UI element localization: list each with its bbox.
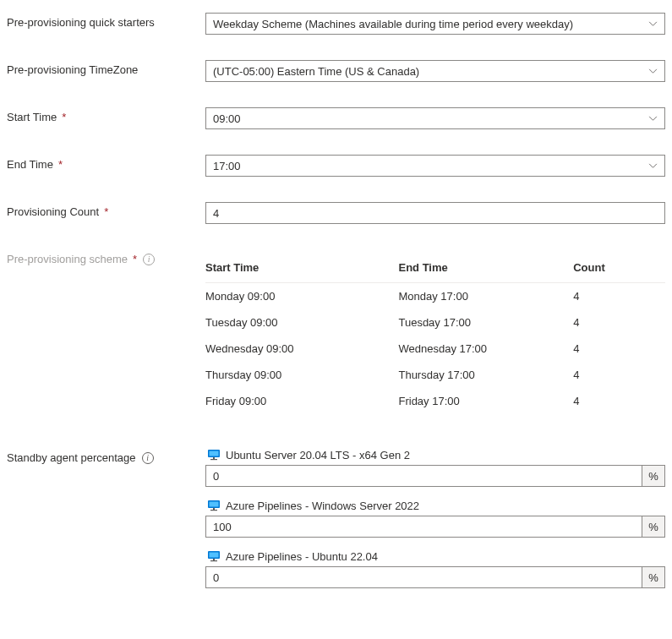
chevron-down-icon <box>647 66 658 76</box>
svg-rect-9 <box>210 553 219 558</box>
vm-icon <box>207 499 221 512</box>
percent-suffix: % <box>642 566 665 588</box>
table-header-count: Count <box>573 254 665 283</box>
end-time-value: 17:00 <box>213 160 241 172</box>
svg-rect-7 <box>210 510 217 511</box>
svg-rect-3 <box>210 459 217 460</box>
start-time-select[interactable]: 09:00 <box>205 107 665 129</box>
standby-agent-name: Azure Pipelines - Ubuntu 22.04 <box>226 550 378 563</box>
vm-icon <box>207 549 221 563</box>
table-cell: Tuesday 09:00 <box>205 309 398 336</box>
table-cell: Friday 09:00 <box>205 388 398 414</box>
table-cell: 4 <box>573 309 665 336</box>
svg-rect-6 <box>213 508 215 510</box>
svg-rect-11 <box>210 560 217 561</box>
table-cell: Monday 09:00 <box>205 283 398 310</box>
standby-name-row: Azure Pipelines - Windows Server 2022 <box>205 499 665 512</box>
table-cell: Friday 17:00 <box>398 388 573 414</box>
timezone-label: Pre-provisioning TimeZone <box>7 60 205 76</box>
table-header-end: End Time <box>398 254 573 283</box>
start-time-label: Start Time* <box>7 107 205 123</box>
quick-starters-label: Pre-provisioning quick starters <box>7 13 205 29</box>
standby-item: Ubuntu Server 20.04 LTS - x64 Gen 2% <box>205 448 665 487</box>
chevron-down-icon <box>647 19 658 29</box>
standby-input-row: % <box>205 566 665 588</box>
table-cell: Monday 17:00 <box>398 283 573 310</box>
table-cell: Thursday 09:00 <box>205 362 398 388</box>
table-row: Tuesday 09:00Tuesday 17:004 <box>205 309 665 336</box>
standby-agent-name: Ubuntu Server 20.04 LTS - x64 Gen 2 <box>226 449 410 462</box>
chevron-down-icon <box>647 113 658 123</box>
standby-label: Standby agent percentage i <box>7 448 205 464</box>
standby-item: Azure Pipelines - Windows Server 2022% <box>205 499 665 538</box>
standby-item: Azure Pipelines - Ubuntu 22.04% <box>205 549 665 588</box>
timezone-select[interactable]: (UTC-05:00) Eastern Time (US & Canada) <box>205 60 665 82</box>
percent-suffix: % <box>642 516 665 538</box>
table-cell: 4 <box>573 362 665 388</box>
table-row: Friday 09:00Friday 17:004 <box>205 388 665 414</box>
svg-rect-2 <box>213 457 215 459</box>
table-header-start: Start Time <box>205 254 398 283</box>
end-time-select[interactable]: 17:00 <box>205 155 665 177</box>
provisioning-count-label: Provisioning Count* <box>7 202 205 218</box>
standby-input-row: % <box>205 465 665 487</box>
standby-input-row: % <box>205 516 665 538</box>
table-cell: Wednesday 17:00 <box>398 336 573 362</box>
table-cell: 4 <box>573 336 665 362</box>
table-cell: Wednesday 09:00 <box>205 336 398 362</box>
table-cell: 4 <box>573 388 665 414</box>
standby-name-row: Ubuntu Server 20.04 LTS - x64 Gen 2 <box>205 448 665 462</box>
table-row: Thursday 09:00Thursday 17:004 <box>205 362 665 388</box>
standby-percentage-input[interactable] <box>205 516 642 538</box>
timezone-value: (UTC-05:00) Eastern Time (US & Canada) <box>213 65 419 78</box>
standby-name-row: Azure Pipelines - Ubuntu 22.04 <box>205 549 665 563</box>
info-icon[interactable]: i <box>142 452 154 464</box>
table-row: Monday 09:00Monday 17:004 <box>205 283 665 310</box>
standby-percentage-input[interactable] <box>205 566 642 588</box>
end-time-label: End Time* <box>7 155 205 171</box>
svg-rect-10 <box>213 559 215 560</box>
scheme-label: Pre-provisioning scheme* i <box>7 249 205 265</box>
table-cell: Thursday 17:00 <box>398 362 573 388</box>
start-time-value: 09:00 <box>213 112 241 125</box>
svg-rect-5 <box>210 502 219 507</box>
chevron-down-icon <box>647 161 658 171</box>
standby-percentage-input[interactable] <box>205 465 642 487</box>
provisioning-count-input[interactable] <box>205 202 665 224</box>
table-row: Wednesday 09:00Wednesday 17:004 <box>205 336 665 362</box>
svg-rect-1 <box>210 451 219 456</box>
quick-starters-select[interactable]: Weekday Scheme (Machines available durin… <box>205 13 665 35</box>
table-cell: Tuesday 17:00 <box>398 309 573 336</box>
vm-icon <box>207 448 221 462</box>
percent-suffix: % <box>642 465 665 487</box>
table-cell: 4 <box>573 283 665 310</box>
info-icon[interactable]: i <box>143 254 155 265</box>
scheme-table: Start Time End Time Count Monday 09:00Mo… <box>205 254 665 414</box>
quick-starters-value: Weekday Scheme (Machines available durin… <box>213 18 573 30</box>
standby-agent-name: Azure Pipelines - Windows Server 2022 <box>226 500 419 512</box>
